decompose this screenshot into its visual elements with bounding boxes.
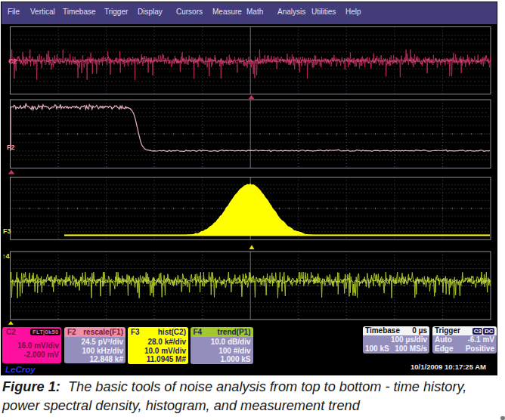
svg-text:C2: C2	[8, 57, 17, 65]
svg-text:↑4: ↑4	[2, 252, 10, 260]
svg-text:F3: F3	[3, 227, 11, 235]
svg-text:F2: F2	[7, 144, 15, 151]
